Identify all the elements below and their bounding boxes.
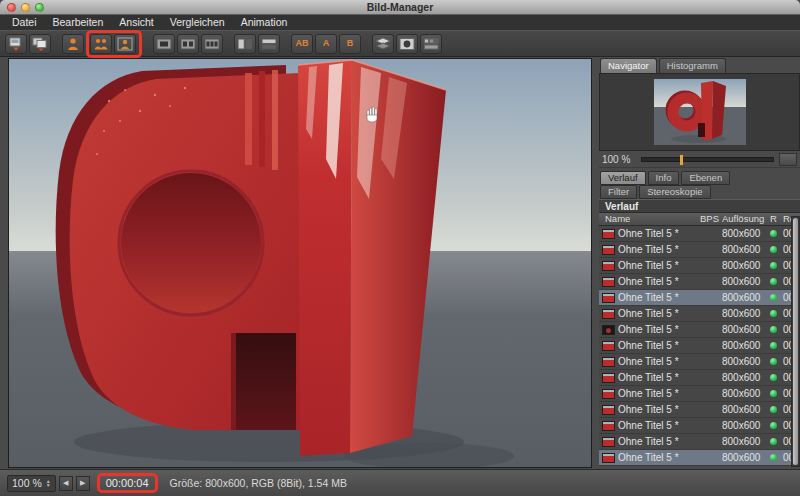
render-thumbnail-icon [602,437,615,447]
render-resolution: 800x600 [722,244,770,255]
render-name: Ohne Titel 5 * [618,244,700,255]
history-row[interactable]: Ohne Titel 5 * 800x600 00 [599,226,800,242]
zoom-slider-stepper[interactable] [779,153,797,166]
render-status-dot [770,262,777,269]
layers-icon [375,37,391,51]
save-image-button[interactable] [5,34,27,54]
previous-frame-icon: ◀ [63,479,68,487]
navigator-preview[interactable] [599,73,800,151]
save-all-button[interactable] [29,34,51,54]
statusbar: 100 % ▲▼ ◀ ▶ 00:00:04 Größe: 800x600, RG… [0,469,800,496]
menu-item[interactable]: Datei [4,15,45,30]
navigator-tab[interactable]: Histogramm [659,58,726,73]
frame-all-button[interactable] [201,34,223,54]
render-thumbnail-icon [602,453,615,463]
render-thumbnail-icon [602,389,615,399]
user-icon [65,37,81,51]
render-resolution: 800x600 [722,356,770,367]
render-thumbnail-icon [602,341,615,351]
history-row[interactable]: Ohne Titel 5 * 800x600 00 [599,386,800,402]
col-bps[interactable]: BPS [700,213,722,225]
render-thumbnail-icon [602,357,615,367]
render-name: Ohne Titel 5 * [618,308,700,319]
zoom-stepper-icon[interactable]: ▲▼ [46,479,51,488]
history-row[interactable]: Ohne Titel 5 * 800x600 00 [599,354,800,370]
menu-item[interactable]: Ansicht [111,15,161,30]
titlebar: Bild-Manager [0,0,800,15]
navigator-tab[interactable]: Navigator [600,58,657,73]
maximize-button[interactable] [35,3,44,12]
compare-b-button[interactable]: B [339,34,361,54]
render-resolution: 800x600 [722,404,770,415]
history-row[interactable]: Ohne Titel 5 * 800x600 00 [599,434,800,450]
zoom-slider-handle[interactable] [680,155,683,165]
team-render-button[interactable] [90,34,112,54]
render-status-dot [770,342,777,349]
navigator-zoom-slider[interactable] [641,157,774,162]
ab-compare-button[interactable]: AB [291,34,313,54]
render-resolution: 800x600 [722,324,770,335]
history-row[interactable]: Ohne Titel 5 * 800x600 00 [599,258,800,274]
menu-item[interactable]: Animation [233,15,296,30]
traffic-lights [7,3,44,12]
channels-button[interactable] [420,34,442,54]
history-row[interactable]: Ohne Titel 5 * 800x600 00 [599,242,800,258]
history-row[interactable]: Ohne Titel 5 * 800x600 00 [599,338,800,354]
panel-tab[interactable]: Stereoskopie [639,185,710,199]
viewport-zoom-control[interactable]: 100 % ▲▼ [7,475,56,492]
previous-frame-button[interactable]: ◀ [59,476,73,491]
history-row[interactable]: Ohne Titel 5 * 800x600 00 [599,370,800,386]
history-scrollbar[interactable] [791,216,800,467]
render-name: Ohne Titel 5 * [618,452,700,463]
render-resolution: 800x600 [722,340,770,351]
render-name: Ohne Titel 5 * [618,388,700,399]
frame-all-icon [204,37,220,51]
panel-tab[interactable]: Ebenen [681,171,730,185]
history-table-header: Name BPS Auflösung R Ren [599,213,800,226]
frame-range-button[interactable] [177,34,199,54]
minimize-button[interactable] [21,3,30,12]
compare-vertical-button[interactable] [258,34,280,54]
right-panel: NavigatorHistogramm 100 % [599,57,800,469]
render-name: Ohne Titel 5 * [618,372,700,383]
history-scrollbar-thumb[interactable] [793,218,798,465]
letter-notch [236,333,296,430]
render-viewport[interactable] [8,58,592,468]
history-row[interactable]: Ohne Titel 5 * 800x600 00 [599,290,800,306]
history-row[interactable]: Ohne Titel 5 * 800x600 00 [599,418,800,434]
render-resolution: 800x600 [722,228,770,239]
history-row[interactable]: Ohne Titel 5 * 800x600 00 [599,322,800,338]
history-row[interactable]: Ohne Titel 5 * 800x600 00 [599,306,800,322]
panel-tab[interactable]: Filter [600,185,637,199]
frame-single-button[interactable] [153,34,175,54]
next-frame-button[interactable]: ▶ [76,476,90,491]
panel-tab[interactable]: Verlauf [600,171,646,185]
render-name: Ohne Titel 5 * [618,228,700,239]
col-r[interactable]: R [770,213,783,225]
user-frame-button[interactable] [114,34,136,54]
render-scene [9,59,592,468]
col-resolution[interactable]: Auflösung [722,213,770,225]
navigator-tabs: NavigatorHistogramm [599,57,800,73]
channels-icon [423,37,439,51]
compare-a-icon: A [323,39,330,48]
render-name: Ohne Titel 5 * [618,420,700,431]
menu-item[interactable]: Bearbeiten [45,15,112,30]
navigator-zoom-value: 100 % [602,154,636,165]
panel-tabs-row2: FilterStereoskopie [599,185,800,199]
panel-tab[interactable]: Info [648,171,680,185]
render-name: Ohne Titel 5 * [618,276,700,287]
history-row[interactable]: Ohne Titel 5 * 800x600 00 [599,450,800,466]
mask-button[interactable] [396,34,418,54]
compare-horizontal-button[interactable] [234,34,256,54]
history-row[interactable]: Ohne Titel 5 * 800x600 00 [599,274,800,290]
user-button[interactable] [62,34,84,54]
render-thumbnail-icon [602,229,615,239]
render-resolution: 800x600 [722,308,770,319]
menu-item[interactable]: Vergleichen [162,15,233,30]
compare-a-button[interactable]: A [315,34,337,54]
layers-button[interactable] [372,34,394,54]
history-row[interactable]: Ohne Titel 5 * 800x600 00 [599,402,800,418]
close-button[interactable] [7,3,16,12]
col-name[interactable]: Name [599,213,700,225]
